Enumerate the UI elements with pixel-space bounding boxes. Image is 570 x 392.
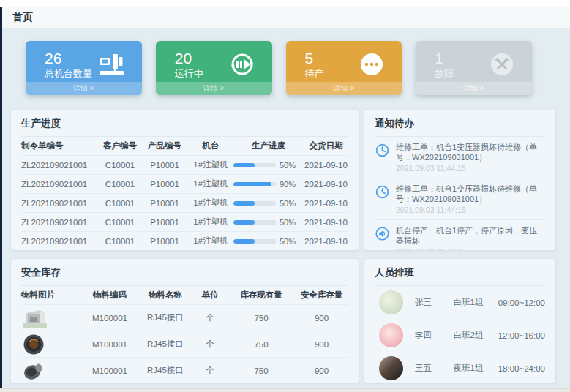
person-name: 李四 xyxy=(415,330,454,341)
card-detail-link[interactable]: 详情 > xyxy=(26,82,142,95)
panel-title-schedule: 人员排班 xyxy=(375,259,545,286)
avatar-pink xyxy=(379,323,403,347)
notification-item[interactable]: 维修工单：机台1变压器损坏待维修（单号：WX202109031001） 2021… xyxy=(375,137,545,178)
tab-home[interactable]: 首页 xyxy=(12,11,33,24)
shift-label: 夜班1组 xyxy=(454,363,498,374)
notification-item[interactable]: 维修工单：机台1变压器损坏待维修（单号：WX202109031001） 2021… xyxy=(375,178,545,220)
clock-icon xyxy=(375,184,390,200)
production-row: ZL202109021001 C10001 P10001 1#注塑机 50% 2… xyxy=(21,213,348,232)
progress-label: 50% xyxy=(280,218,296,227)
notification-time: 2021.09.03 11:44:15 xyxy=(396,164,545,173)
notification-text: 维修工单：机台1变压器损坏待维修（单号：WX202109031001） xyxy=(396,142,545,162)
person-name: 张三 xyxy=(415,297,454,308)
stat-label: 运行中 xyxy=(175,67,203,80)
notification-text: 机台停产：机台1停产，停产原因：变压器损坏 xyxy=(396,225,545,246)
clock-icon xyxy=(375,143,390,158)
production-row: ZL202109021001 C10001 P10001 1#注塑机 50% 2… xyxy=(21,232,348,250)
person-name: 王五 xyxy=(415,363,454,374)
progress-bar xyxy=(233,220,276,225)
panels-grid: 生产进度 制令单编号 客户编号 产品编号 机台 生产进度 交货日期 ZL2021… xyxy=(11,110,555,383)
stat-label: 总机台数量 xyxy=(45,67,92,80)
inventory-row: M100001 RJ45接口 个 750 900 xyxy=(21,358,348,383)
ellipsis-icon xyxy=(356,49,387,80)
card-detail-link[interactable]: 详情 > xyxy=(156,82,272,95)
progress-label: 50% xyxy=(280,199,296,208)
machine-icon xyxy=(97,49,127,80)
dashboard-content: 26 总机台数量 详情 > 20 运行中 xyxy=(2,29,570,388)
production-row: ZL202109021001 C10001 P10001 1#注塑机 90% 2… xyxy=(21,175,348,194)
card-detail-link[interactable]: 详情 > xyxy=(286,82,402,95)
window-top-strip xyxy=(0,0,570,7)
speaker-icon xyxy=(375,226,390,241)
tab-bar: 首页 xyxy=(2,7,570,29)
schedule-panel: 人员排班 张三 白班1组 09:00~12:00 李四 白班2组 12:00~1… xyxy=(364,259,555,383)
progress-bar xyxy=(233,163,276,167)
shift-label: 白班1组 xyxy=(454,297,498,308)
notifications-panel: 通知待办 维修工单：机台1变压器损坏待维修（单号：WX202109031001）… xyxy=(364,110,555,250)
stat-value: 26 xyxy=(45,50,92,67)
panel-title-notifications: 通知待办 xyxy=(375,110,545,137)
production-row: ZL202109021001 C10001 P10001 1#注塑机 50% 2… xyxy=(21,194,348,213)
card-detail-link[interactable]: 详情 > xyxy=(416,82,532,95)
stat-card-fault[interactable]: 1 故障 详情 > xyxy=(416,41,532,95)
stat-value: 20 xyxy=(175,50,203,67)
inventory-header-row: 物料图片 物料编码 物料名称 单位 库存现有量 安全库存量 xyxy=(21,286,348,305)
production-row: ZL202109021001 C10001 P10001 1#注塑机 50% 2… xyxy=(21,156,348,175)
stat-label: 待产 xyxy=(305,67,324,80)
inventory-row: M100001 RJ45接口 个 750 900 xyxy=(21,331,348,358)
shift-time: 12:00~16:00 xyxy=(498,331,545,340)
progress-label: 90% xyxy=(280,180,296,189)
avatar-scenic xyxy=(379,290,403,314)
production-panel: 生产进度 制令单编号 客户编号 产品编号 机台 生产进度 交货日期 ZL2021… xyxy=(11,110,359,250)
inventory-panel: 安全库存 物料图片 物料编码 物料名称 单位 库存现有量 安全库存量 xyxy=(11,259,359,383)
stat-value: 5 xyxy=(305,50,324,67)
progress-bar xyxy=(233,239,276,244)
window-bottom-strip xyxy=(0,388,570,392)
stat-card-pending[interactable]: 5 待产 详情 > xyxy=(286,41,402,95)
shift-time: 18:00~24:00 xyxy=(498,364,545,373)
panel-title-inventory: 安全库存 xyxy=(21,259,348,286)
notification-text: 维修工单：机台1变压器损坏待维修（单号：WX202109031001） xyxy=(396,184,545,204)
stat-label: 故障 xyxy=(435,67,454,80)
progress-bar xyxy=(233,182,276,186)
stat-card-running[interactable]: 20 运行中 详情 > xyxy=(156,41,272,95)
panel-title-production: 生产进度 xyxy=(21,110,348,137)
schedule-row: 王五 夜班1组 18:00~24:00 xyxy=(375,352,545,383)
progress-label: 50% xyxy=(280,161,296,170)
speaker-round-image xyxy=(21,333,46,355)
stat-card-total-machines[interactable]: 26 总机台数量 详情 > xyxy=(26,41,142,95)
shift-label: 白班2组 xyxy=(454,330,498,341)
avatar-photo xyxy=(379,356,403,380)
notification-time: 2021.09.03 11:44:15 xyxy=(396,247,545,250)
stat-value: 1 xyxy=(435,50,454,67)
schedule-row: 张三 白班1组 09:00~12:00 xyxy=(375,286,545,319)
schedule-row: 李四 白班2组 12:00~16:00 xyxy=(375,319,545,352)
shift-time: 09:00~12:00 xyxy=(498,298,545,307)
production-header-row: 制令单编号 客户编号 产品编号 机台 生产进度 交货日期 xyxy=(21,137,348,156)
notification-time: 2021.09.03 11:44:15 xyxy=(396,206,545,215)
inventory-row: M100001 RJ45接口 个 750 900 xyxy=(21,305,348,331)
progress-bar xyxy=(233,201,276,206)
stat-cards: 26 总机台数量 详情 > 20 运行中 xyxy=(26,41,532,95)
tools-icon xyxy=(487,49,517,80)
rj45-image xyxy=(21,307,49,329)
running-icon xyxy=(227,49,258,80)
notification-item[interactable]: 机台停产：机台1停产，停产原因：变压器损坏 2021.09.03 11:44:1… xyxy=(375,220,545,250)
progress-label: 50% xyxy=(280,237,296,246)
speaker-cone-image xyxy=(21,360,46,382)
